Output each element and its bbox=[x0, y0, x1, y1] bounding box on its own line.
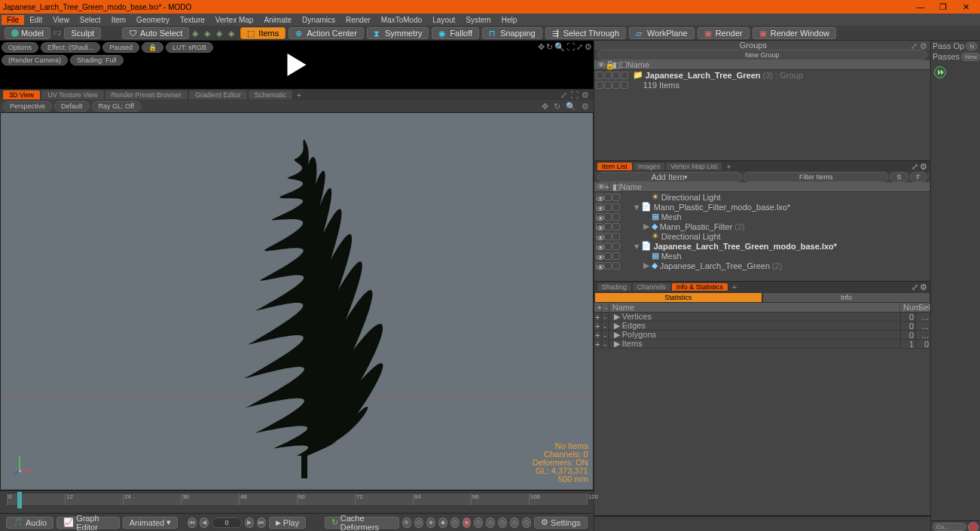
key-icon-10[interactable]: ◇ bbox=[522, 517, 531, 528]
item-row[interactable]: 👁▦Mesh bbox=[594, 251, 930, 261]
audio-button[interactable]: 🎵Audio bbox=[6, 517, 53, 529]
item-row[interactable]: 👁▼📄Mann_Plastic_Filter_modo_base.lxo* bbox=[594, 202, 930, 212]
view-gear-icon[interactable]: ⚙ bbox=[580, 102, 591, 111]
subtab-statistics[interactable]: Statistics bbox=[594, 292, 762, 303]
gear-view-icon[interactable]: ⚙ bbox=[580, 90, 591, 100]
expander[interactable]: ▶ bbox=[643, 261, 649, 270]
filter-items-button[interactable]: Filter Items bbox=[743, 172, 888, 182]
key-icon-8[interactable]: ◇ bbox=[498, 517, 507, 528]
item-row[interactable]: 👁▦Mesh bbox=[594, 212, 930, 221]
vert-mode-icon[interactable]: ◈ bbox=[192, 29, 201, 38]
maximize-view-icon[interactable]: ⛶ bbox=[569, 90, 580, 99]
items-mode-button[interactable]: ⬚Items bbox=[240, 27, 285, 39]
gear-icon[interactable]: ⚙ bbox=[585, 42, 592, 52]
item-row[interactable]: 👁☀Directional Light bbox=[594, 231, 930, 241]
minus-button[interactable]: - bbox=[602, 331, 609, 340]
goto-start-button[interactable]: ⏮ bbox=[188, 517, 197, 528]
auto-select-button[interactable]: 🛡Auto Select bbox=[122, 27, 189, 39]
key-icon-7[interactable]: ◇ bbox=[486, 517, 495, 528]
key-all-button[interactable]: ⊕ bbox=[402, 517, 411, 528]
view-perspective[interactable]: Perspective bbox=[3, 101, 52, 111]
step-back-button[interactable]: ◀ bbox=[200, 517, 209, 528]
action-center-button[interactable]: ⊕Action Center bbox=[289, 27, 364, 39]
visibility-toggle[interactable]: 👁 bbox=[596, 203, 603, 211]
plus-col-icon[interactable]: + bbox=[602, 182, 609, 191]
workplane-button[interactable]: ▱WorkPlane bbox=[629, 27, 695, 39]
popout-icon[interactable]: ⤢ bbox=[911, 41, 918, 49]
play-button[interactable]: ▶ Play bbox=[269, 517, 306, 529]
edge-mode-icon[interactable]: ◈ bbox=[204, 29, 213, 38]
menu-animate[interactable]: Animate bbox=[258, 15, 297, 25]
maximize-icon[interactable]: ⤢ bbox=[576, 42, 583, 52]
item-row[interactable]: 👁☀Directional Light bbox=[594, 192, 930, 202]
reload-icon[interactable]: ↻ bbox=[546, 42, 553, 52]
expander[interactable]: ▼ bbox=[633, 203, 639, 212]
tab-channels[interactable]: Channels bbox=[633, 283, 670, 291]
menu-select[interactable]: Select bbox=[75, 15, 106, 25]
key-icon-6[interactable]: ◇ bbox=[474, 517, 483, 528]
frame-input[interactable] bbox=[212, 517, 242, 528]
menu-view[interactable]: View bbox=[47, 15, 75, 25]
item-list-body[interactable]: 👁☀Directional Light👁▼📄Mann_Plastic_Filte… bbox=[594, 192, 930, 281]
key-icon-9[interactable]: ◇ bbox=[510, 517, 519, 528]
tab-render-preset[interactable]: Render Preset Browser bbox=[105, 90, 188, 99]
tab-vertex-map[interactable]: Vertex Map List bbox=[666, 163, 722, 170]
minimize-button[interactable]: — bbox=[909, 2, 932, 11]
zoom-view-icon[interactable]: 🔍 bbox=[564, 102, 578, 111]
expand-icon[interactable]: ⛶ bbox=[566, 42, 575, 52]
view-raygl[interactable]: Ray GL: Off bbox=[92, 101, 141, 111]
settings-button[interactable]: ⚙Settings bbox=[534, 517, 588, 529]
step-fwd-button[interactable]: ▶ bbox=[245, 517, 254, 528]
symmetry-button[interactable]: ⧗Symmetry bbox=[367, 27, 429, 39]
orbit-icon[interactable]: ↻ bbox=[552, 102, 562, 111]
menu-maxtomodo[interactable]: MaxToModo bbox=[376, 15, 427, 25]
goto-end-button[interactable]: ⏭ bbox=[257, 517, 266, 528]
visibility-toggle[interactable]: 👁 bbox=[596, 262, 603, 270]
menu-geometry[interactable]: Geometry bbox=[131, 15, 175, 25]
add-view-tab[interactable]: + bbox=[294, 90, 304, 99]
visibility-toggle[interactable]: 👁 bbox=[596, 252, 603, 260]
popout-icon[interactable]: ⤢ bbox=[911, 282, 918, 292]
play-icon[interactable] bbox=[287, 53, 306, 76]
minus-button[interactable]: - bbox=[602, 313, 609, 322]
render-effect-button[interactable]: Effect: (Shadi... bbox=[41, 42, 100, 53]
animated-dropdown[interactable]: Animated ▾ bbox=[123, 517, 178, 529]
graph-editor-button[interactable]: 📈Graph Editor bbox=[56, 517, 120, 529]
menu-dynamics[interactable]: Dynamics bbox=[297, 15, 340, 25]
key-icon-4[interactable]: ◇ bbox=[450, 517, 459, 528]
snapping-button[interactable]: ⊓Snapping bbox=[482, 27, 542, 39]
item-row[interactable]: 👁▶◆Japanese_Larch_Tree_Green (2) bbox=[594, 261, 930, 270]
viewport-3d[interactable]: No Items Channels: 0 Deformers: ON GL: 4… bbox=[0, 112, 594, 490]
tree-model[interactable] bbox=[206, 136, 402, 482]
cache-deformers-button[interactable]: ↻Cache Deformers bbox=[325, 517, 399, 529]
mat-mode-icon[interactable]: ◈ bbox=[228, 29, 237, 38]
tab-uv[interactable]: UV Texture View bbox=[41, 90, 103, 99]
group-row[interactable]: 119 Items bbox=[594, 80, 930, 90]
group-row[interactable]: 📁Japanese_Larch_Tree_Green (3) : Group bbox=[594, 70, 930, 80]
visibility-toggle[interactable]: 👁 bbox=[596, 194, 603, 201]
maximize-button[interactable]: ❐ bbox=[932, 2, 954, 12]
timeline[interactable]: 01224364860728496108120 bbox=[6, 493, 588, 506]
stat-row[interactable]: +-▶ Items10 bbox=[594, 340, 930, 349]
playhead[interactable] bbox=[17, 492, 22, 508]
item-row[interactable]: 👁▶◆Mann_Plastic_Filter (2) bbox=[594, 221, 930, 231]
mode-model[interactable]: Model bbox=[5, 27, 50, 39]
add-item-button[interactable]: Add Item ▾ bbox=[597, 172, 742, 182]
mode-sculpt[interactable]: Sculpt bbox=[64, 27, 101, 39]
render-paused-button[interactable]: Paused bbox=[102, 42, 139, 53]
stats-body[interactable]: +-▶ Vertices0...+-▶ Edges0...+-▶ Polygon… bbox=[594, 313, 930, 515]
view-default[interactable]: Default bbox=[54, 101, 90, 111]
key-icon-2[interactable]: ◈ bbox=[426, 517, 435, 528]
falloff-button[interactable]: ◉Falloff bbox=[432, 27, 479, 39]
visibility-toggle[interactable]: 👁 bbox=[596, 243, 603, 250]
render-camera-button[interactable]: (Render Camera) bbox=[2, 55, 68, 66]
gear-icon[interactable]: ⚙ bbox=[920, 162, 927, 172]
key-icon-5[interactable]: ● bbox=[463, 517, 472, 528]
tab-3d-view[interactable]: 3D View bbox=[3, 90, 40, 99]
color-col-icon[interactable]: ◧ bbox=[609, 60, 617, 70]
menu-file[interactable]: File bbox=[2, 15, 24, 25]
plus-button[interactable]: + bbox=[594, 340, 602, 349]
eye-col-icon[interactable]: 👁 bbox=[594, 182, 602, 191]
key-icon-1[interactable]: ◇ bbox=[414, 517, 423, 528]
tab-schematic[interactable]: Schematic bbox=[249, 90, 292, 99]
